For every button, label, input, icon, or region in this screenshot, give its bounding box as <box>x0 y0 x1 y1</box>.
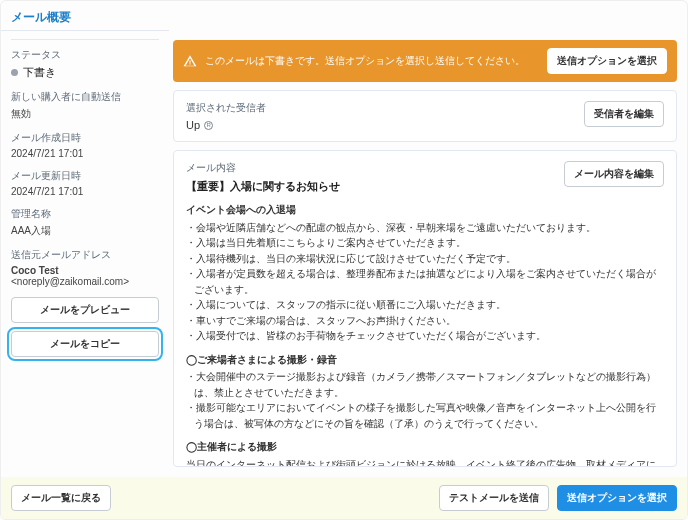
updated-value: 2024/7/21 17:01 <box>11 186 159 197</box>
adminname-value: AAA入場 <box>11 224 159 238</box>
page-title: メール概要 <box>11 9 677 26</box>
venue-bullet: ・車いすでご来場の場合は、スタッフへお声掛けください。 <box>186 313 664 329</box>
content-label: メール内容 <box>186 161 340 175</box>
adminname-label: 管理名称 <box>11 207 159 221</box>
section-organizer-recording-heading: ◯主催者による撮影 <box>186 439 664 455</box>
autosend-value: 無効 <box>11 107 159 121</box>
content-card: メール内容 【重要】入場に関するお知らせ メール内容を編集 イベント会場への入退… <box>173 150 677 467</box>
attendee-recording-bullet: ・大会開催中のステージ撮影および録音（カメラ／携帯／スマートフォン／タブレットな… <box>186 369 664 400</box>
recipients-label: 選択された受信者 <box>186 101 266 115</box>
status-text: 下書き <box>23 65 56 80</box>
created-label: メール作成日時 <box>11 131 159 145</box>
status-dot-icon <box>11 69 18 76</box>
venue-bullet: ・入場は当日先着順にこちらよりご案内させていただきます。 <box>186 235 664 251</box>
warning-icon <box>183 54 197 68</box>
status-label: ステータス <box>11 48 159 62</box>
edit-recipients-button[interactable]: 受信者を編集 <box>584 101 664 127</box>
venue-bullet: ・入場待機列は、当日の来場状況に応じて設けさせていただく予定です。 <box>186 251 664 267</box>
registered-icon: R <box>204 121 213 130</box>
venue-bullet: ・入場受付では、皆様のお手荷物をチェックさせていただく場合がございます。 <box>186 328 664 344</box>
updated-label: メール更新日時 <box>11 169 159 183</box>
status-value: 下書き <box>11 65 159 80</box>
venue-bullet: ・入場については、スタッフの指示に従い順番にご入場いただきます。 <box>186 297 664 313</box>
attendee-recording-bullet: ・撮影可能なエリアにおいてイベントの様子を撮影した写真や映像／音声をインターネッ… <box>186 400 664 431</box>
draft-alert: このメールは下書きです。送信オプションを選択し送信してください。 送信オプション… <box>173 40 677 82</box>
autosend-label: 新しい購入者に自動送信 <box>11 90 159 104</box>
venue-bullet: ・会場や近隣店舗などへの配慮の観点から、深夜・早朝来場をご遠慮いただいております… <box>186 220 664 236</box>
mail-subject: 【重要】入場に関するお知らせ <box>186 179 340 194</box>
send-test-mail-button[interactable]: テストメールを送信 <box>439 485 549 511</box>
footer-bar: メール一覧に戻る テストメールを送信 送信オプションを選択 <box>1 477 687 519</box>
preview-mail-button[interactable]: メールをプレビュー <box>11 297 159 323</box>
mail-body: イベント会場への入退場 ・会場や近隣店舗などへの配慮の観点から、深夜・早朝来場を… <box>186 202 664 467</box>
recipients-value: Up <box>186 119 200 131</box>
sender-label: 送信元メールアドレス <box>11 248 159 262</box>
recipients-card: 選択された受信者 Up R 受信者を編集 <box>173 90 677 142</box>
section-attendee-recording-heading: ◯ご来場者さまによる撮影・録音 <box>186 352 664 368</box>
section-venue-heading: イベント会場への入退場 <box>186 202 664 218</box>
back-to-list-button[interactable]: メール一覧に戻る <box>11 485 111 511</box>
venue-bullet: ・入場者が定員数を超える場合は、整理券配布または抽選などにより入場をご案内させて… <box>186 266 664 297</box>
alert-message: このメールは下書きです。送信オプションを選択し送信してください。 <box>205 54 525 68</box>
alert-select-send-options-button[interactable]: 送信オプションを選択 <box>547 48 667 74</box>
select-send-options-button[interactable]: 送信オプションを選択 <box>557 485 677 511</box>
created-value: 2024/7/21 17:01 <box>11 148 159 159</box>
copy-mail-button[interactable]: メールをコピー <box>11 331 159 357</box>
organizer-recording-bullet: 当日のインターネット配信および街頭ビジョンに於ける放映、イベント終了後の広告物、… <box>186 457 664 468</box>
sender-name: Coco Test <box>11 265 159 276</box>
sender-address: <noreply@zaikomail.com> <box>11 276 159 287</box>
edit-content-button[interactable]: メール内容を編集 <box>564 161 664 187</box>
